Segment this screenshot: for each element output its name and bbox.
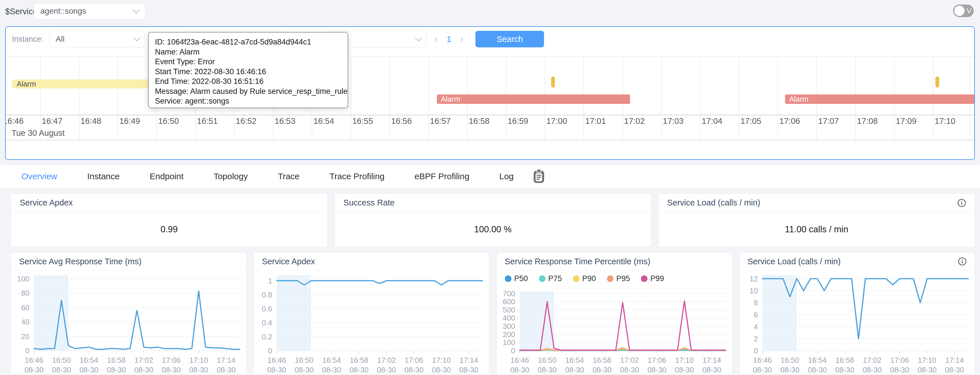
timeline-axis-line: [6, 115, 974, 115]
svg-text:17:02: 17:02: [620, 356, 639, 364]
timeline-axis-label: 17:08: [857, 116, 878, 126]
svg-text:08-30: 08-30: [808, 366, 827, 374]
legend-item-p50[interactable]: P50: [505, 274, 528, 283]
card-value: 0.99: [11, 212, 327, 247]
event-tick-warning-1[interactable]: [551, 76, 555, 88]
summary-cards-row: Service Apdex 0.99 Success Rate 100.00 %…: [11, 193, 975, 247]
legend-item-p95[interactable]: P95: [607, 274, 630, 283]
service-select[interactable]: agent::songs: [34, 3, 145, 19]
clipboard-icon[interactable]: [532, 169, 546, 184]
tooltip-service: Service: agent::songs: [155, 96, 345, 106]
tab-trace[interactable]: Trace: [278, 171, 300, 181]
service-apdex-chart: 00.20.40.60.8116:4608-3016:5008-3016:540…: [254, 271, 489, 374]
chart-canvas: 00.20.40.60.8116:4608-3016:5008-3016:540…: [254, 271, 489, 374]
svg-text:16:54: 16:54: [808, 356, 826, 364]
instance-filter-label: Instance:: [12, 35, 43, 44]
timeline-axis-label: 17:06: [779, 116, 800, 126]
svg-text:16:58: 16:58: [835, 356, 854, 364]
svg-text:17:14: 17:14: [945, 356, 964, 364]
timeline-axis-label: 16:54: [313, 116, 334, 126]
tooltip-id: ID: 1064f23a-6eac-4812-a7cd-5d9a84d944c1: [155, 37, 345, 47]
svg-text:17:14: 17:14: [460, 356, 478, 364]
svg-text:16:50: 16:50: [780, 356, 799, 364]
toggle-label: V: [967, 6, 971, 16]
svg-text:400: 400: [503, 314, 515, 322]
card-title: Service Load (calls / min): [667, 198, 760, 207]
service-label: $Service: [5, 7, 37, 16]
svg-text:17:02: 17:02: [134, 356, 153, 364]
timeline-axis-label: 17:09: [896, 116, 916, 126]
timeline-axis-label: 16:50: [158, 116, 179, 126]
tab-endpoint[interactable]: Endpoint: [150, 171, 183, 181]
svg-text:08-30: 08-30: [350, 366, 369, 374]
svg-text:08-30: 08-30: [377, 366, 396, 374]
chart-card-service-apdex: Service Apdex 00.20.40.60.8116:4608-3016…: [254, 252, 489, 374]
chart-card-response-time-percentile: Service Response Time Percentile (ms) P5…: [496, 252, 732, 374]
svg-text:17:10: 17:10: [189, 356, 208, 364]
card-value: 100.00 %: [335, 212, 651, 247]
svg-text:0: 0: [268, 347, 272, 355]
event-bar-alarm-error-2[interactable]: Alarm: [785, 95, 975, 104]
timeline-axis-label: 17:05: [740, 116, 761, 126]
legend-item-p90[interactable]: P90: [573, 274, 596, 283]
timeline-axis-label: 16:55: [352, 116, 373, 126]
timeline-axis-label: 17:02: [624, 116, 645, 126]
timeline-axis-label: 16:59: [508, 116, 528, 126]
page-number[interactable]: 1: [443, 34, 455, 44]
legend-dot: [505, 275, 511, 282]
event-bar-alarm-error-1[interactable]: Alarm: [437, 95, 630, 104]
card-value: 11.00 calls / min: [659, 212, 975, 247]
svg-text:08-30: 08-30: [835, 366, 854, 374]
timeline-axis-label: 16:52: [236, 116, 257, 126]
search-button[interactable]: Search: [476, 31, 544, 47]
svg-text:80: 80: [21, 289, 29, 297]
tab-trace-profiling[interactable]: Trace Profiling: [329, 171, 385, 181]
card-service-load: Service Load (calls / min) 11.00 calls /…: [659, 193, 975, 247]
svg-text:16:54: 16:54: [80, 356, 98, 364]
svg-text:08-30: 08-30: [189, 366, 208, 374]
svg-text:16:46: 16:46: [510, 356, 529, 364]
tooltip-event-type: Event Type: Error: [155, 57, 345, 67]
legend-dot: [539, 275, 546, 282]
svg-text:60: 60: [21, 303, 29, 312]
tab-overview[interactable]: Overview: [21, 171, 57, 181]
legend-item-p99[interactable]: P99: [641, 274, 664, 283]
svg-text:17:02: 17:02: [863, 356, 881, 364]
svg-text:2: 2: [754, 334, 757, 343]
service-load-chart: 02468101216:4608-3016:5008-3016:5408-301…: [740, 271, 975, 374]
timeline-axis-label: 16:53: [275, 116, 296, 126]
svg-text:17:06: 17:06: [162, 356, 180, 364]
tab-topology[interactable]: Topology: [213, 171, 248, 181]
svg-text:08-30: 08-30: [295, 366, 314, 374]
chart-canvas: 02040608010016:4608-3016:5008-3016:5408-…: [11, 271, 246, 374]
svg-text:08-30: 08-30: [510, 366, 529, 374]
chart-canvas: 010020030040050060070016:4608-3016:5008-…: [497, 286, 732, 374]
svg-text:08-30: 08-30: [217, 366, 236, 374]
chart-title: Service Avg Response Time (ms): [19, 257, 142, 266]
toggle-knob: [954, 6, 964, 16]
svg-text:16:54: 16:54: [565, 356, 584, 364]
tab-ebpf-profiling[interactable]: eBPF Profiling: [415, 171, 469, 181]
tab-log[interactable]: Log: [500, 171, 514, 181]
svg-text:08-30: 08-30: [538, 366, 557, 374]
svg-text:08-30: 08-30: [267, 366, 286, 374]
timeline-axis-label: 16:57: [430, 116, 451, 126]
svg-text:08-30: 08-30: [675, 366, 694, 374]
svg-text:08-30: 08-30: [25, 366, 44, 374]
svg-text:0: 0: [25, 347, 29, 355]
instance-select[interactable]: All: [50, 31, 145, 47]
svg-text:17:10: 17:10: [675, 356, 694, 364]
info-icon[interactable]: [958, 199, 966, 207]
svg-text:16:58: 16:58: [107, 356, 126, 364]
info-icon[interactable]: [958, 257, 967, 266]
top-bar: $Service agent::songs V: [0, 0, 980, 22]
event-tick-warning-2[interactable]: [935, 76, 939, 88]
legend-item-p75[interactable]: P75: [539, 274, 562, 283]
tab-instance[interactable]: Instance: [87, 171, 119, 181]
timeline-axis-label: 16:49: [119, 116, 140, 126]
svg-text:300: 300: [503, 322, 515, 331]
prev-page-icon[interactable]: ‹: [430, 33, 444, 45]
next-page-icon[interactable]: ›: [455, 33, 469, 45]
svg-text:08-30: 08-30: [890, 366, 909, 374]
version-toggle[interactable]: V: [953, 5, 974, 17]
